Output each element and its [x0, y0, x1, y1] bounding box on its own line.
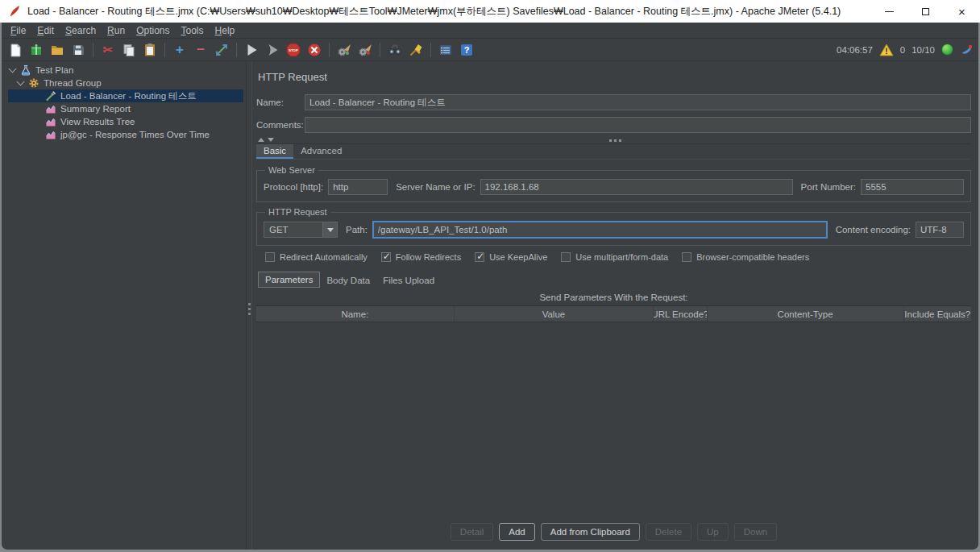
parameter-tabs: Parameters Body Data Files Upload — [258, 271, 971, 288]
method-dropdown-button[interactable] — [322, 222, 337, 237]
tab-advanced[interactable]: Advanced — [293, 144, 349, 159]
tree-item-response-times[interactable]: jp@gc - Response Times Over Time — [8, 128, 243, 141]
down-button[interactable]: Down — [734, 523, 777, 541]
cut-button[interactable]: ✂ — [98, 40, 118, 60]
search-icon — [388, 43, 402, 57]
delete-button[interactable]: Delete — [646, 523, 691, 541]
start-no-pauses-button[interactable] — [263, 40, 282, 60]
minimize-button[interactable] — [871, 0, 907, 23]
follow-redirects-checkbox[interactable]: Follow Redirects — [381, 252, 461, 262]
checkbox-icon[interactable] — [265, 252, 275, 262]
protocol-input[interactable] — [328, 179, 388, 195]
redirect-automatically-checkbox[interactable]: Redirect Automatically — [265, 252, 368, 262]
path-input[interactable] — [372, 221, 828, 239]
splitter-collapse-down-icon[interactable] — [268, 138, 274, 142]
comments-input[interactable] — [305, 117, 971, 133]
splitter-collapse-up-icon[interactable] — [258, 138, 264, 142]
svg-text:STOP: STOP — [289, 48, 298, 52]
use-keepalive-checkbox[interactable]: Use KeepAlive — [475, 252, 547, 262]
collapse-all-button[interactable]: − — [191, 40, 210, 60]
shutdown-button[interactable] — [305, 40, 324, 60]
expand-all-button[interactable]: + — [170, 40, 189, 60]
column-header-url-encode[interactable]: URL Encode? — [654, 306, 708, 322]
tab-basic[interactable]: Basic — [256, 144, 293, 159]
search-button[interactable] — [385, 40, 405, 60]
detail-button[interactable]: Detail — [451, 523, 493, 541]
menu-file[interactable]: File — [5, 23, 31, 38]
web-server-legend: Web Server — [265, 165, 318, 175]
tree-main-splitter[interactable] — [246, 61, 252, 550]
request-options: Redirect Automatically Follow Redirects … — [265, 252, 971, 262]
warning-icon[interactable] — [879, 44, 894, 56]
multipart-form-data-checkbox[interactable]: Use multipart/form-data — [561, 252, 668, 262]
menu-run[interactable]: Run — [102, 23, 131, 38]
toolbar: ✂ + − — [2, 39, 978, 61]
collapse-all-icon: − — [197, 43, 205, 57]
protocol-label: Protocol [http]: — [264, 182, 323, 192]
toolbar-separator — [236, 43, 237, 57]
column-header-content-type[interactable]: Content-Type — [708, 306, 904, 322]
clear-all-button[interactable] — [406, 40, 426, 60]
tree-item-http-request[interactable]: Load - Balancer - Routing 테스트 — [8, 89, 243, 102]
column-header-include-equals[interactable]: Include Equals? — [904, 306, 971, 322]
save-button[interactable] — [69, 40, 88, 60]
toggle-button[interactable] — [212, 40, 231, 60]
column-header-value[interactable]: Value — [455, 306, 654, 322]
function-helper-button[interactable] — [436, 40, 455, 60]
tab-parameters[interactable]: Parameters — [258, 272, 320, 288]
menu-help[interactable]: Help — [210, 23, 241, 38]
chevron-down-icon[interactable] — [9, 65, 17, 73]
up-button[interactable]: Up — [697, 523, 729, 541]
chevron-down-icon[interactable] — [17, 78, 25, 86]
menu-edit[interactable]: Edit — [31, 23, 60, 38]
menu-tools[interactable]: Tools — [176, 23, 210, 38]
remote-start-all-button[interactable] — [334, 40, 354, 60]
remote-stop-all-icon — [358, 43, 372, 57]
checkbox-label: Redirect Automatically — [280, 252, 368, 262]
menu-options[interactable]: Options — [131, 23, 175, 38]
horizontal-splitter[interactable] — [256, 137, 971, 144]
add-button[interactable]: Add — [499, 523, 534, 541]
thread-count: 10/10 — [911, 45, 935, 55]
jmeter-window: File Edit Search Run Options Tools Help — [2, 23, 978, 550]
open-file-icon — [50, 43, 64, 57]
add-from-clipboard-button[interactable]: Add from Clipboard — [541, 523, 640, 541]
help-icon: ? — [459, 43, 474, 57]
tree-item-test-plan[interactable]: Test Plan — [8, 64, 243, 77]
checkbox-label: Use KeepAlive — [489, 252, 547, 262]
remote-stop-all-button[interactable] — [355, 40, 375, 60]
tab-files-upload[interactable]: Files Upload — [376, 273, 441, 288]
tree-item-thread-group[interactable]: Thread Group — [8, 77, 243, 89]
new-file-button[interactable] — [6, 40, 25, 60]
method-select[interactable]: GET — [264, 222, 338, 238]
close-button[interactable]: × — [944, 0, 980, 23]
checkbox-icon[interactable] — [682, 252, 691, 262]
tab-body-data[interactable]: Body Data — [320, 273, 376, 288]
port-number-input[interactable] — [861, 179, 964, 195]
templates-button[interactable] — [27, 40, 46, 60]
open-file-button[interactable] — [48, 40, 67, 60]
checkbox-icon[interactable] — [381, 252, 391, 262]
content-encoding-input[interactable] — [916, 222, 964, 238]
toolbar-separator — [93, 43, 93, 57]
jmeter-feather-icon — [8, 5, 21, 18]
menu-search[interactable]: Search — [60, 23, 102, 38]
maximize-button[interactable] — [907, 0, 944, 23]
browser-compatible-headers-checkbox[interactable]: Browser-compatible headers — [682, 252, 809, 262]
help-button[interactable]: ? — [457, 40, 476, 60]
checkbox-icon[interactable] — [561, 252, 571, 262]
http-request-panel: HTTP Request Name: Comments: Basic Advan… — [252, 61, 978, 550]
copy-button[interactable] — [119, 40, 139, 60]
elapsed-time: 04:06:57 — [837, 45, 873, 55]
start-button[interactable] — [242, 40, 261, 60]
server-name-input[interactable] — [480, 179, 793, 195]
templates-icon — [29, 43, 44, 57]
column-header-name[interactable]: Name: — [256, 306, 455, 322]
stop-button[interactable]: STOP — [284, 40, 303, 60]
tree-item-summary-report[interactable]: Summary Report — [8, 102, 243, 115]
name-input[interactable] — [305, 94, 971, 110]
server-name-label: Server Name or IP: — [396, 182, 475, 192]
tree-item-view-results-tree[interactable]: View Results Tree — [8, 115, 243, 128]
checkbox-icon[interactable] — [475, 252, 484, 262]
paste-button[interactable] — [140, 40, 160, 60]
